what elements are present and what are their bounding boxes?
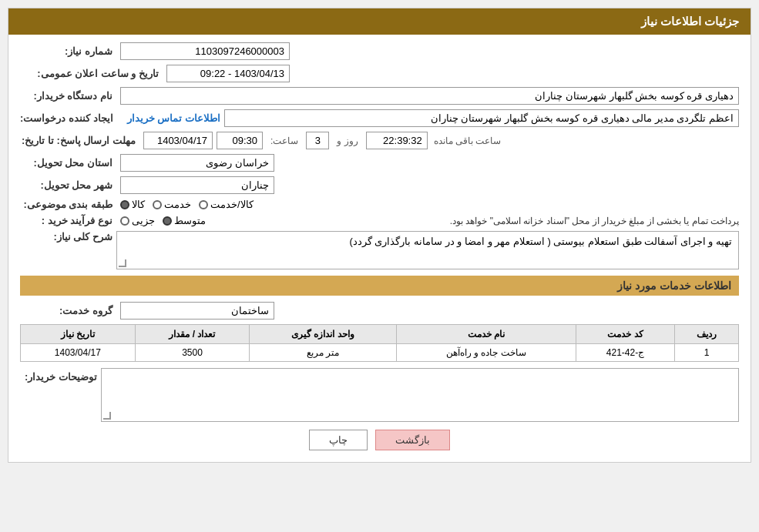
ostan-label: استان محل تحویل: [20, 157, 113, 169]
tawzih-box [101, 368, 739, 422]
tabaqe-kala-label: کالا [132, 199, 145, 210]
sharh-resize-handle[interactable] [119, 259, 126, 267]
mohlat-mande: 22:39:32 [366, 132, 428, 149]
sharh-row: تهیه و اجرای آسفالت طبق استعلام بیوستی (… [20, 231, 739, 269]
nam-dastgah-row: دهیاری قره کوسه بخش گلبهار شهرستان چنارا… [20, 87, 739, 105]
nam-dastgah-value: دهیاری قره کوسه بخش گلبهار شهرستان چنارا… [120, 87, 739, 105]
tarikh-row: 1403/04/13 - 09:22 تاریخ و ساعت اعلان عم… [20, 65, 739, 82]
tabaqe-khadamat-label: خدمت [164, 199, 191, 210]
shomara-value: 1103097246000003 [120, 42, 290, 60]
cell-nam: ساخت جاده و راه‌آهن [396, 344, 576, 362]
page-title: جزئیات اطلاعات نیاز [641, 15, 739, 28]
mohlat-roz: 3 [306, 132, 329, 149]
chap-button[interactable]: چاپ [309, 430, 368, 450]
shomara-label: شماره نیاز: [20, 45, 113, 57]
tabaqe-option-kala[interactable]: کالا [120, 199, 145, 210]
ostan-row: خراسان رضوی استان محل تحویل: [20, 154, 739, 172]
col-radif: ردیف [675, 325, 739, 344]
tarikh-label: تاریخ و ساعت اعلان عمومی: [20, 68, 159, 79]
cell-kod: ج-42-421 [576, 344, 675, 362]
mohlat-mande-label: ساعت باقی مانده [434, 136, 502, 146]
tabaqe-kala-radio[interactable] [120, 200, 129, 209]
ijad-label: ایجاد کننده درخواست: [20, 112, 113, 124]
shahr-value: چناران [120, 176, 274, 194]
sharh-value: تهیه و اجرای آسفالت طبق استعلام بیوستی (… [123, 236, 732, 247]
shomara-row: 1103097246000003 شماره نیاز: [20, 42, 739, 60]
noe-farayand-radio-group: متوسط جزیی [120, 215, 206, 226]
tabaqe-khadamat-radio[interactable] [153, 200, 162, 209]
buttons-row: بازگشت چاپ [20, 430, 739, 450]
shahr-label: شهر محل تحویل: [20, 179, 113, 191]
tabaqe-row: کالا/خدمت خدمت کالا طبقه بندی موضوعی: [20, 199, 739, 210]
mohlat-date: 1403/04/17 [143, 132, 213, 149]
tabaqe-option-kala-khadamat[interactable]: کالا/خدمت [199, 199, 254, 210]
mohlat-row: ساعت باقی مانده 22:39:32 روز و 3 ساعت: 0… [20, 132, 739, 149]
tarikh-value: 1403/04/13 - 09:22 [166, 65, 290, 82]
tabaqe-kala-khadamat-radio[interactable] [199, 200, 208, 209]
sharh-label: شرح کلی نیاز: [20, 231, 113, 243]
noe-motawaset-radio[interactable] [163, 216, 172, 226]
col-nam: نام خدمت [396, 325, 576, 344]
noe-motawaset-label: متوسط [174, 215, 206, 226]
ettelaat-tamas-link[interactable]: اطلاعات تماس خریدار [127, 112, 220, 124]
cell-radif: 1 [675, 344, 739, 362]
noe-jozi-label: جزیی [132, 215, 155, 226]
tawzih-row: توضیحات خریدار: [20, 368, 739, 422]
table-row: 1ج-42-421ساخت جاده و راه‌آهنمتر مربع3500… [21, 344, 739, 362]
bazgasht-button[interactable]: بازگشت [375, 430, 450, 450]
mohlat-label: مهلت ارسال پاسخ: تا تاریخ: [20, 135, 136, 146]
noe-farayand-note: پرداخت تمام یا بخشی از مبلغ خریدار از مح… [217, 216, 739, 226]
tabaqe-kala-khadamat-label: کالا/خدمت [210, 199, 254, 210]
ostan-value: خراسان رضوی [120, 154, 274, 172]
nam-dastgah-label: نام دستگاه خریدار: [20, 90, 113, 102]
noe-farayand-row: پرداخت تمام یا بخشی از مبلغ خریدار از مح… [20, 215, 739, 226]
cell-vahed: متر مربع [250, 344, 396, 362]
tabaqe-option-khadamat[interactable]: خدمت [153, 199, 191, 210]
noe-option-motawaset[interactable]: متوسط [163, 215, 206, 226]
tawzih-label: توضیحات خریدار: [20, 368, 97, 383]
col-tedad: تعداد / مقدار [135, 325, 250, 344]
sharh-box: تهیه و اجرای آسفالت طبق استعلام بیوستی (… [116, 231, 739, 269]
noe-farayand-label: نوع فرآیند خرید : [20, 215, 113, 226]
khadamat-table: ردیف کد خدمت نام خدمت واحد اندازه گیری ت… [20, 324, 739, 362]
mohlat-roz-label: روز و [337, 136, 358, 146]
col-tarikh: تاریخ نیاز [21, 325, 136, 344]
mohlat-saat-label: ساعت: [270, 136, 298, 146]
khadamat-divider: اطلاعات خدمات مورد نیاز [20, 276, 739, 296]
cell-tedad: 3500 [135, 344, 250, 362]
ijad-value: اعظم تلگردی مدیر مالی دهیاری قره کوسه بخ… [224, 109, 739, 127]
tawzih-resize-handle[interactable] [103, 412, 111, 420]
cell-tarikh: 1403/04/17 [21, 344, 136, 362]
ijad-row: اعظم تلگردی مدیر مالی دهیاری قره کوسه بخ… [20, 109, 739, 127]
grooh-value: ساختمان [120, 302, 274, 320]
col-vahed: واحد اندازه گیری [250, 325, 396, 344]
noe-jozi-radio[interactable] [120, 216, 129, 226]
tabaqe-label: طبقه بندی موضوعی: [20, 199, 113, 210]
tabaqe-radio-group: کالا/خدمت خدمت کالا [120, 199, 254, 210]
col-kod: کد خدمت [576, 325, 675, 344]
mohlat-saat: 09:30 [217, 132, 263, 149]
shahr-row: چناران شهر محل تحویل: [20, 176, 739, 194]
khadamat-header-label: اطلاعات خدمات مورد نیاز [617, 279, 731, 292]
grooh-label: گروه خدمت: [20, 305, 113, 316]
noe-option-jozi[interactable]: جزیی [120, 215, 155, 226]
grooh-row: ساختمان گروه خدمت: [20, 302, 739, 320]
page-header: جزئیات اطلاعات نیاز [8, 8, 751, 35]
